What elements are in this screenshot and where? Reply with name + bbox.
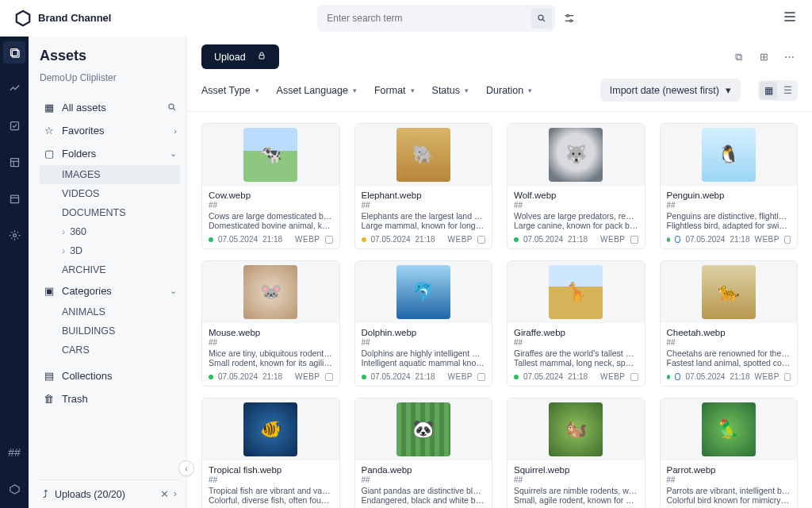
- brand-logo-icon: [14, 10, 32, 27]
- asset-thumb-img: 🐘: [396, 128, 450, 182]
- brand-block[interactable]: Brand Channel: [14, 10, 111, 27]
- asset-title: Wolf.webp: [514, 190, 638, 200]
- menu-icon[interactable]: [782, 9, 798, 28]
- asset-body: Elephant.webp##Elephants are the largest…: [355, 186, 492, 248]
- folder-archive[interactable]: ARCHIVE: [40, 260, 180, 279]
- filter-asset-type[interactable]: Asset Type▾: [201, 85, 259, 96]
- close-icon[interactable]: ✕: [160, 488, 169, 500]
- asset-desc-2: Large mammal, known for long trunk an...: [362, 221, 486, 230]
- category-buildings[interactable]: BUILDINGS: [40, 321, 180, 341]
- lock-icon: [257, 51, 266, 63]
- view-grid-button[interactable]: ▦: [760, 82, 777, 99]
- asset-desc-1: Squirrels are nimble rodents, widely rec…: [514, 486, 638, 495]
- filter-format[interactable]: Format▾: [374, 85, 415, 96]
- view-list-button[interactable]: ☰: [779, 82, 796, 99]
- search-button[interactable]: [531, 8, 552, 29]
- format-icon: [630, 373, 638, 381]
- sidebar-categories[interactable]: ▣ Categories ⌄: [40, 279, 180, 302]
- asset-card[interactable]: 🐧Penguin.webp##Penguins are distinctive,…: [660, 123, 799, 249]
- folder-images[interactable]: IMAGES: [40, 165, 180, 184]
- ring-icon: [675, 236, 680, 243]
- topbar: Brand Channel: [0, 0, 812, 37]
- sidebar-trash[interactable]: 🗑 Trash: [40, 387, 180, 410]
- search-icon[interactable]: [167, 102, 177, 114]
- chevron-right-icon[interactable]: ›: [174, 488, 177, 500]
- rail-tasks-icon[interactable]: [3, 114, 25, 137]
- asset-card[interactable]: 🐼Panda.webp##Giant pandas are distinctiv…: [354, 398, 493, 508]
- asset-desc-1: Dolphins are highly intelligent marine m…: [362, 348, 486, 358]
- asset-id: ##: [514, 338, 638, 347]
- more-icon[interactable]: ⋯: [780, 48, 798, 66]
- sidebar-all-assets[interactable]: ▦ All assets: [40, 96, 180, 119]
- search-box[interactable]: [317, 5, 555, 32]
- filter-status[interactable]: Status▾: [432, 85, 469, 96]
- filter-sliders-icon[interactable]: [563, 5, 576, 32]
- asset-card[interactable]: 🐆Cheetah.webp##Cheetahs are renowned for…: [660, 260, 799, 387]
- rail-assets-icon[interactable]: [3, 41, 25, 64]
- asset-id: ##: [362, 475, 486, 484]
- asset-footer: 07.05.202421:18WEBP: [514, 372, 638, 381]
- asset-thumb-img: 🐠: [243, 402, 297, 456]
- copy-icon[interactable]: ⧉: [730, 48, 747, 66]
- folder-documents[interactable]: DOCUMENTS: [40, 203, 180, 222]
- sidebar-collections[interactable]: ▤ Collections: [40, 364, 180, 387]
- rail-analytics-icon[interactable]: [3, 78, 25, 100]
- format-icon: [784, 373, 791, 381]
- folder-360[interactable]: ›360: [40, 222, 180, 241]
- category-cars[interactable]: CARS: [40, 341, 180, 360]
- asset-title: Dolphin.webp: [362, 328, 486, 337]
- asset-format: WEBP: [295, 235, 320, 244]
- asset-card[interactable]: 🐺Wolf.webp##Wolves are large predators, …: [507, 123, 645, 249]
- asset-title: Elephant.webp: [362, 190, 486, 200]
- sidebar-favorites[interactable]: ☆ Favorites ›: [40, 119, 180, 142]
- asset-card[interactable]: 🦒Giraffe.webp##Giraffes are the world's …: [507, 260, 645, 387]
- asset-card[interactable]: 🐘Elephant.webp##Elephants are the larges…: [354, 123, 493, 249]
- category-animals[interactable]: ANIMALS: [40, 302, 180, 321]
- upload-button[interactable]: Upload: [201, 44, 279, 69]
- new-folder-icon[interactable]: ⊞: [755, 48, 772, 66]
- asset-title: Panda.webp: [362, 465, 486, 475]
- sidebar-item-label: Favorites: [62, 125, 104, 137]
- asset-desc-2: Fastest land animal, spotted coat, incre…: [667, 358, 791, 368]
- asset-card[interactable]: 🐿️Squirrel.webp##Squirrels are nimble ro…: [507, 398, 645, 508]
- asset-card[interactable]: 🐄Cow.webp##Cows are large domesticated b…: [201, 123, 340, 249]
- asset-card[interactable]: 🦜Parrot.webp##Parrots are vibrant, intel…: [660, 398, 799, 508]
- rail-settings-icon[interactable]: [3, 224, 25, 246]
- svg-rect-22: [259, 56, 264, 60]
- rail-layout-icon[interactable]: [3, 151, 25, 173]
- filter-asset-language[interactable]: Asset Language▾: [277, 85, 357, 96]
- sidebar-item-label: Trash: [62, 393, 88, 405]
- asset-time: 21:18: [730, 235, 749, 244]
- status-dot-icon: [209, 237, 213, 242]
- search-input[interactable]: [327, 10, 531, 27]
- asset-id: ##: [209, 338, 333, 347]
- asset-format: WEBP: [754, 372, 779, 381]
- asset-body: Cheetah.webp##Cheetahs are renowned for …: [661, 323, 798, 386]
- rail-help-icon[interactable]: ##: [3, 441, 25, 464]
- asset-thumb-img: 🦜: [702, 402, 756, 456]
- asset-format: WEBP: [600, 372, 625, 381]
- sidebar-folders[interactable]: ▢ Folders ⌄: [40, 142, 180, 165]
- asset-card[interactable]: 🐠Tropical fish.webp##Tropical fish are v…: [201, 398, 340, 508]
- collapse-sidebar-button[interactable]: ‹: [178, 460, 194, 476]
- folder-3d[interactable]: ›3D: [40, 241, 180, 260]
- asset-card[interactable]: 🐭Mouse.webp##Mice are tiny, ubiquitous r…: [201, 260, 340, 387]
- status-dot-icon: [514, 237, 519, 242]
- filter-duration[interactable]: Duration▾: [486, 85, 532, 96]
- rail-calendar-icon[interactable]: [3, 187, 25, 210]
- folder-videos[interactable]: VIDEOS: [40, 184, 180, 203]
- asset-body: Cow.webp##Cows are large domesticated bo…: [202, 186, 339, 248]
- asset-title: Tropical fish.webp: [209, 465, 333, 475]
- svg-rect-13: [10, 158, 18, 166]
- asset-thumb-img: 🐿️: [549, 402, 603, 456]
- rail-package-icon[interactable]: [3, 478, 25, 500]
- chevron-right-icon: ›: [174, 126, 177, 136]
- tags-icon: ▣: [43, 285, 55, 297]
- asset-id: ##: [667, 201, 791, 210]
- asset-thumb-img: 🐆: [702, 265, 756, 319]
- uploads-bar[interactable]: ⤴ Uploads (20/20) ✕ ›: [40, 479, 180, 508]
- asset-body: Giraffe.webp##Giraffes are the world's t…: [508, 323, 645, 386]
- svg-point-18: [13, 233, 16, 237]
- asset-card[interactable]: 🐬Dolphin.webp##Dolphins are highly intel…: [354, 260, 493, 387]
- sort-dropdown[interactable]: Import date (newest first) ▾: [600, 79, 741, 102]
